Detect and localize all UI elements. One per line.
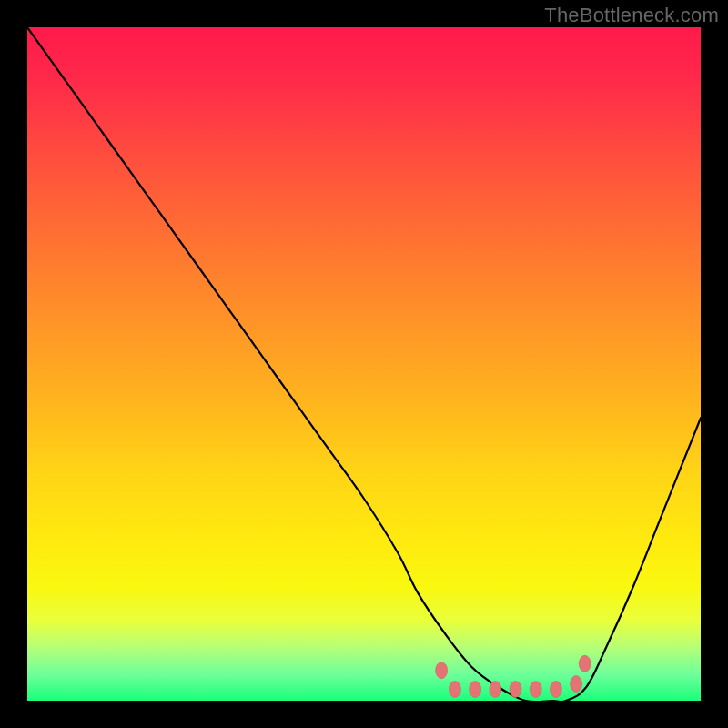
optimal-marker (490, 681, 501, 697)
optimal-marker (510, 681, 521, 697)
optimal-zone-markers (436, 655, 592, 697)
optimal-marker (579, 655, 591, 672)
watermark-text: TheBottleneck.com (544, 4, 719, 27)
optimal-marker (571, 676, 582, 693)
optimal-marker (470, 681, 481, 697)
chart-container: TheBottleneck.com (0, 0, 728, 728)
plot-area (27, 27, 701, 701)
optimal-marker (550, 681, 561, 697)
bottleneck-curve (27, 27, 701, 701)
curve-layer (27, 27, 701, 701)
optimal-marker (530, 681, 541, 697)
optimal-marker (436, 662, 448, 679)
optimal-marker (449, 681, 460, 697)
